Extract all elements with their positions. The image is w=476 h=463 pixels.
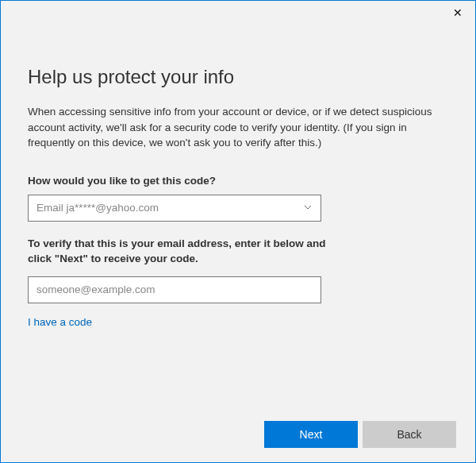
- code-method-select[interactable]: Email ja*****@yahoo.com: [28, 195, 321, 222]
- close-button[interactable]: ✕: [440, 1, 475, 25]
- have-code-link[interactable]: I have a code: [28, 316, 92, 328]
- chevron-down-icon: [303, 201, 313, 215]
- email-field[interactable]: [28, 276, 321, 303]
- next-button[interactable]: Next: [264, 421, 358, 448]
- close-icon: ✕: [453, 6, 463, 19]
- dialog-footer: Next Back: [264, 421, 456, 448]
- back-button[interactable]: Back: [363, 421, 456, 448]
- titlebar: ✕: [1, 1, 475, 26]
- code-method-label: How would you like to get this code?: [28, 175, 448, 187]
- verify-instruction-label: To verify that this is your email addres…: [28, 236, 345, 267]
- code-method-selected-value: Email ja*****@yahoo.com: [36, 202, 159, 214]
- page-title: Help us protect your info: [28, 66, 448, 88]
- dialog-content: Help us protect your info When accessing…: [1, 26, 475, 329]
- dialog-window: ✕ Help us protect your info When accessi…: [0, 0, 476, 463]
- description-text: When accessing sensitive info from your …: [28, 104, 440, 151]
